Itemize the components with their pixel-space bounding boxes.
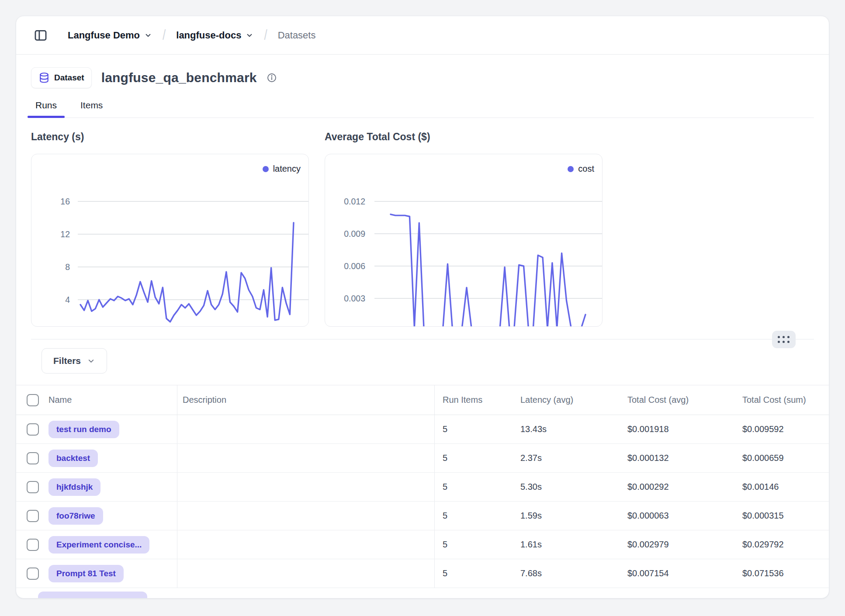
breadcrumb-project-label: langfuse-docs — [176, 30, 241, 41]
run-name-badge[interactable]: hjkfdshjk — [48, 478, 100, 496]
cell-run-items: 5 — [434, 502, 513, 530]
charts-section: Latency (s) latency 481216 Average Total… — [31, 131, 814, 327]
svg-text:12: 12 — [60, 229, 70, 239]
legend-dot-icon — [263, 166, 269, 172]
column-header-total-cost-avg: Total Cost (avg) — [620, 385, 734, 415]
tab-items[interactable]: Items — [76, 100, 107, 118]
breadcrumb-org-dropdown[interactable]: Langfuse Demo — [68, 30, 152, 41]
cell-total-cost-sum: $0.071536 — [734, 559, 829, 588]
table-row[interactable]: backtest52.37s$0.000132$0.000659 — [16, 444, 829, 473]
cell-run-items: 5 — [434, 530, 513, 559]
cell-description — [177, 502, 434, 530]
column-header-latency-avg: Latency (avg) — [513, 385, 620, 415]
breadcrumb-org-label: Langfuse Demo — [68, 30, 140, 41]
dataset-type-badge: Dataset — [31, 67, 92, 88]
latency-chart-title: Latency (s) — [31, 131, 309, 145]
cell-total-cost-avg: $0.000292 — [620, 473, 734, 501]
svg-text:4: 4 — [65, 295, 70, 305]
row-checkbox[interactable] — [27, 423, 39, 436]
chevron-down-icon — [144, 31, 152, 39]
sidebar-toggle-button[interactable] — [32, 27, 49, 44]
column-header-run-items: Run Items — [434, 385, 513, 415]
svg-text:16: 16 — [60, 197, 70, 206]
tab-runs[interactable]: Runs — [31, 100, 61, 118]
run-name-badge[interactable]: backtest — [48, 450, 98, 467]
resize-grip-handle[interactable] — [772, 331, 796, 348]
cell-description — [177, 444, 434, 472]
table-row[interactable]: hjkfdshjk55.30s$0.000292$0.00146 — [16, 473, 829, 502]
row-checkbox[interactable] — [27, 510, 39, 522]
svg-text:0.012: 0.012 — [344, 197, 365, 206]
cell-latency-avg: 2.37s — [513, 444, 620, 472]
run-name-badge[interactable] — [38, 592, 147, 599]
run-name-badge[interactable]: Experiment concise... — [48, 536, 149, 554]
cell-total-cost-sum: $0.00146 — [734, 473, 829, 501]
runs-table: Name Description Run Items Latency (avg)… — [16, 385, 829, 599]
breadcrumb-project-dropdown[interactable]: langfuse-docs — [176, 30, 253, 41]
cell-total-cost-sum: $0.000315 — [734, 502, 829, 530]
svg-text:0.009: 0.009 — [344, 229, 365, 239]
chevron-down-icon — [246, 31, 253, 39]
latency-chart-legend: latency — [263, 164, 301, 174]
run-name-badge[interactable]: foo78riwe — [48, 507, 103, 525]
dataset-badge-label: Dataset — [54, 73, 84, 83]
breadcrumb-separator: / — [163, 27, 166, 44]
column-header-total-cost-sum: Total Cost (sum) — [734, 385, 829, 415]
cost-chart-card: cost 0.0030.0060.0090.012 — [325, 154, 603, 327]
breadcrumb: Langfuse Demo / langfuse-docs / Datasets — [16, 16, 829, 55]
breadcrumb-current-page: Datasets — [278, 30, 316, 41]
filters-button[interactable]: Filters — [42, 348, 107, 374]
cell-latency-avg: 1.59s — [513, 502, 620, 530]
column-header-description: Description — [177, 385, 434, 415]
breadcrumb-separator: / — [264, 27, 267, 44]
select-all-checkbox[interactable] — [27, 394, 39, 406]
cell-description — [177, 530, 434, 559]
column-header-name: Name — [48, 395, 72, 405]
legend-label: latency — [273, 164, 301, 174]
row-checkbox[interactable] — [27, 481, 39, 493]
legend-label: cost — [578, 164, 594, 174]
table-body: test run demo513.43s$0.001918$0.009592ba… — [16, 415, 829, 599]
table-row[interactable]: Experiment concise...51.61s$0.002979$0.0… — [16, 530, 829, 559]
latency-chart-card: latency 481216 — [31, 154, 309, 327]
run-name-badge[interactable]: Prompt 81 Test — [48, 565, 124, 582]
cell-description — [177, 559, 434, 588]
cell-total-cost-sum: $0.009592 — [734, 415, 829, 443]
cell-latency-avg: 5.30s — [513, 473, 620, 501]
tab-bar: Runs Items — [31, 100, 814, 118]
row-checkbox[interactable] — [27, 452, 39, 464]
cell-total-cost-avg: $0.007154 — [620, 559, 734, 588]
row-checkbox[interactable] — [27, 568, 39, 580]
cost-chart-title: Average Total Cost ($) — [325, 131, 603, 145]
table-header-row: Name Description Run Items Latency (avg)… — [16, 385, 829, 415]
cell-run-items: 5 — [434, 444, 513, 472]
cell-latency-avg: 7.68s — [513, 559, 620, 588]
grip-dots-icon — [778, 336, 790, 343]
table-row[interactable]: foo78riwe51.59s$0.000063$0.000315 — [16, 502, 829, 530]
svg-text:0.006: 0.006 — [344, 261, 365, 271]
table-row-partial[interactable] — [16, 588, 829, 599]
cell-total-cost-avg: $0.002979 — [620, 530, 734, 559]
sidebar-panel-icon — [33, 28, 48, 43]
table-row[interactable]: test run demo513.43s$0.001918$0.009592 — [16, 415, 829, 444]
cell-run-items: 5 — [434, 415, 513, 443]
page-title: langfuse_qa_benchmark — [101, 70, 257, 85]
cell-run-items: 5 — [434, 473, 513, 501]
row-checkbox[interactable] — [27, 539, 39, 551]
filters-button-label: Filters — [53, 356, 81, 366]
cell-total-cost-avg: $0.000132 — [620, 444, 734, 472]
chevron-down-icon — [87, 357, 95, 365]
cost-chart-svg: 0.0030.0060.0090.012 — [325, 154, 603, 327]
run-name-badge[interactable]: test run demo — [48, 421, 119, 438]
cell-description — [177, 473, 434, 501]
cost-chart-legend: cost — [568, 164, 594, 174]
section-divider — [31, 339, 814, 339]
cell-total-cost-avg: $0.001918 — [620, 415, 734, 443]
main-panel: Langfuse Demo / langfuse-docs / Datasets… — [16, 16, 829, 599]
latency-chart-svg: 481216 — [31, 154, 309, 327]
cell-run-items: 5 — [434, 559, 513, 588]
info-icon[interactable] — [267, 73, 277, 83]
cell-total-cost-sum: $0.029792 — [734, 530, 829, 559]
table-row[interactable]: Prompt 81 Test57.68s$0.007154$0.071536 — [16, 559, 829, 588]
cell-latency-avg: 1.61s — [513, 530, 620, 559]
